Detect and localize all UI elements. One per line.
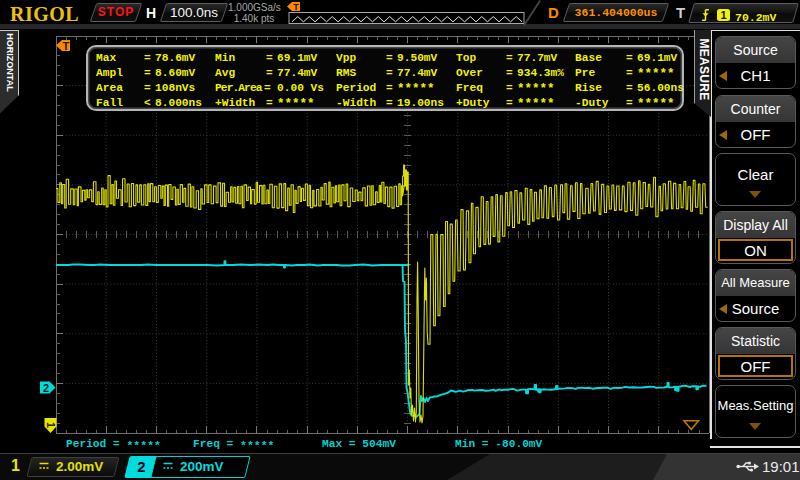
svg-text:T: T [293, 2, 299, 12]
svg-text:2: 2 [43, 382, 49, 394]
svg-text:T: T [62, 40, 69, 52]
svg-text:1: 1 [45, 422, 57, 428]
